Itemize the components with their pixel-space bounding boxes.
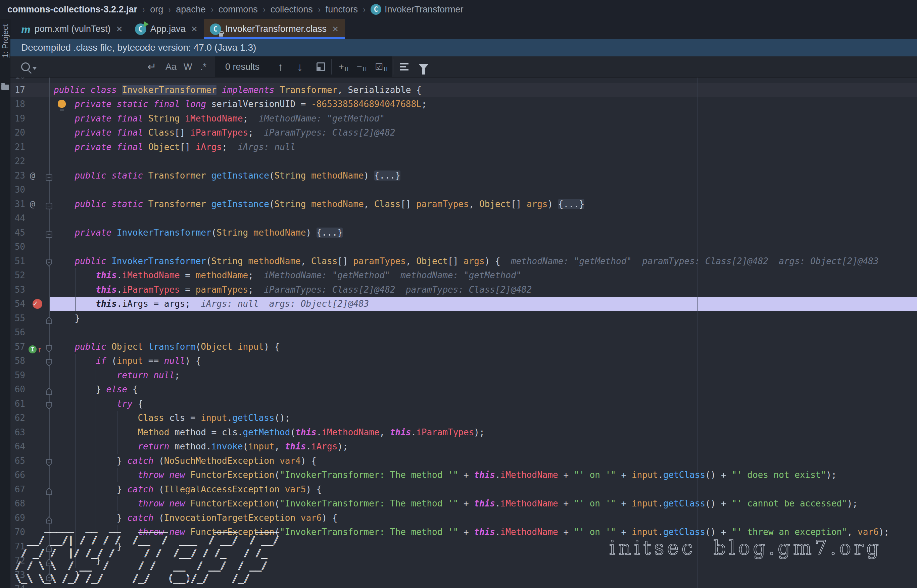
line-number[interactable]: 55 bbox=[10, 311, 25, 326]
fold-marker-up-icon[interactable] bbox=[45, 571, 53, 579]
fold-marker-down-icon[interactable] bbox=[45, 400, 53, 408]
line-number[interactable]: 63 bbox=[10, 425, 25, 439]
code-line-58[interactable]: 58 if (input == null) { bbox=[10, 354, 917, 368]
line-number[interactable]: 30 bbox=[10, 183, 25, 197]
close-icon[interactable]: ✕ bbox=[191, 24, 198, 34]
line-number[interactable]: 61 bbox=[10, 397, 25, 411]
line-number[interactable]: 73 bbox=[10, 568, 25, 582]
code-line-52[interactable]: 52 this.iMethodName = methodName; iMetho… bbox=[10, 268, 917, 283]
breadcrumb-item[interactable]: apache bbox=[176, 4, 206, 15]
code-line-30[interactable]: 30 bbox=[10, 183, 917, 197]
line-number[interactable]: 17 bbox=[10, 83, 25, 97]
line-number[interactable]: 53 bbox=[10, 283, 25, 297]
fold-marker-up-icon[interactable] bbox=[45, 314, 53, 322]
code-line-23[interactable]: 23@ public static Transformer getInstanc… bbox=[10, 168, 917, 183]
code-line-73[interactable]: 73 } bbox=[10, 568, 917, 582]
line-number[interactable]: 18 bbox=[10, 97, 25, 111]
line-number[interactable]: 56 bbox=[10, 325, 25, 340]
regex-toggle[interactable]: .* bbox=[200, 57, 207, 77]
line-number[interactable]: 21 bbox=[10, 140, 25, 154]
code-line-31[interactable]: 31@ public static Transformer getInstanc… bbox=[10, 197, 917, 212]
line-number[interactable]: 71 bbox=[10, 540, 25, 554]
fold-marker-plus-icon[interactable] bbox=[45, 229, 53, 237]
line-number[interactable]: 51 bbox=[10, 254, 25, 268]
line-number[interactable]: 60 bbox=[10, 382, 25, 397]
add-occurrence-button[interactable]: +II bbox=[339, 57, 349, 77]
fold-marker-down-icon[interactable] bbox=[45, 342, 53, 351]
fold-marker-down-icon[interactable] bbox=[45, 357, 53, 365]
newline-icon[interactable]: ↵ bbox=[147, 57, 157, 77]
line-number[interactable]: 59 bbox=[10, 368, 25, 383]
code-line-63[interactable]: 63 Method method = cls.getMethod(this.iM… bbox=[10, 425, 917, 439]
line-number[interactable]: 58 bbox=[10, 354, 25, 368]
code-line-68[interactable]: 68 throw new FunctorException("InvokerTr… bbox=[10, 496, 917, 511]
code-line-59[interactable]: 59 return null; bbox=[10, 368, 917, 383]
breadcrumb-item[interactable]: collections bbox=[271, 4, 313, 15]
breadcrumb-item[interactable]: commons bbox=[218, 4, 258, 15]
line-number[interactable]: 70 bbox=[10, 525, 25, 540]
select-all-occurrences-button[interactable]: ☑II bbox=[375, 57, 388, 77]
project-folder-icon[interactable] bbox=[2, 85, 9, 90]
breadcrumb-item[interactable]: CInvokerTransformer bbox=[371, 4, 463, 15]
next-occurrence-button[interactable]: ↓ bbox=[297, 57, 303, 77]
search-input[interactable] bbox=[51, 57, 145, 77]
code-line-16[interactable]: 16 bbox=[10, 78, 917, 83]
fold-marker-up-icon[interactable] bbox=[45, 556, 53, 564]
code-line-66[interactable]: 66 throw new FunctorException("InvokerTr… bbox=[10, 468, 917, 482]
filter-icon[interactable] bbox=[418, 57, 429, 77]
search-icon[interactable] bbox=[21, 57, 37, 77]
code-line-21[interactable]: 21 private final Object[] iArgs; iArgs: … bbox=[10, 140, 917, 154]
code-editor[interactable]: 1617public class InvokerTransformer impl… bbox=[10, 78, 917, 588]
code-line-53[interactable]: 53 this.iParamTypes = paramTypes; iParam… bbox=[10, 283, 917, 297]
line-number[interactable]: 65 bbox=[10, 454, 25, 468]
code-line-55[interactable]: 55 } bbox=[10, 311, 917, 326]
code-line-18[interactable]: 18 private static final long serialVersi… bbox=[10, 97, 917, 111]
code-line-70[interactable]: 70 throw new FunctorException("InvokerTr… bbox=[10, 525, 917, 540]
code-line-44[interactable]: 44 bbox=[10, 211, 917, 226]
line-number[interactable]: 31 bbox=[10, 197, 25, 212]
line-number[interactable]: 62 bbox=[10, 411, 25, 425]
code-line-64[interactable]: 64 return method.invoke(input, this.iArg… bbox=[10, 439, 917, 454]
fold-marker-up-icon[interactable] bbox=[45, 514, 53, 522]
line-number[interactable]: 64 bbox=[10, 439, 25, 454]
line-number[interactable]: 52 bbox=[10, 268, 25, 283]
whole-words-toggle[interactable]: W bbox=[184, 57, 192, 77]
code-line-65[interactable]: 65 } catch (NoSuchMethodException var4) … bbox=[10, 454, 917, 468]
line-number[interactable]: 74 bbox=[10, 582, 25, 588]
code-line-50[interactable]: 50 bbox=[10, 240, 917, 254]
sidebar-item-project[interactable]: 1: Project bbox=[1, 13, 11, 69]
fold-marker-up-icon[interactable] bbox=[45, 385, 53, 393]
line-number[interactable]: 68 bbox=[10, 496, 25, 511]
code-line-57[interactable]: 57I↑ public Object transform(Object inpu… bbox=[10, 340, 917, 354]
code-line-69[interactable]: 69 } catch (InvocationTargetException va… bbox=[10, 511, 917, 525]
line-number[interactable]: 69 bbox=[10, 511, 25, 525]
line-number[interactable]: 67 bbox=[10, 482, 25, 497]
code-line-22[interactable]: 22 bbox=[10, 154, 917, 168]
line-number[interactable]: 45 bbox=[10, 226, 25, 240]
code-line-72[interactable]: 72 } bbox=[10, 553, 917, 568]
line-number[interactable]: 50 bbox=[10, 240, 25, 254]
code-line-17[interactable]: 17public class InvokerTransformer implem… bbox=[10, 83, 917, 97]
breakpoint-icon[interactable]: ✓ bbox=[32, 299, 42, 309]
remove-occurrence-button[interactable]: −II bbox=[357, 57, 367, 77]
breadcrumb-item[interactable]: org bbox=[150, 4, 163, 15]
code-line-56[interactable]: 56 bbox=[10, 325, 917, 340]
code-line-71[interactable]: 71 } bbox=[10, 540, 917, 554]
fold-marker-up-icon[interactable] bbox=[45, 542, 53, 551]
code-line-74[interactable]: 74 bbox=[10, 582, 917, 588]
line-number[interactable]: 44 bbox=[10, 211, 25, 226]
fold-marker-down-icon[interactable] bbox=[45, 257, 53, 265]
fold-marker-plus-icon[interactable] bbox=[45, 171, 53, 179]
fold-marker-up-icon[interactable] bbox=[45, 485, 53, 493]
line-number[interactable]: 57 bbox=[10, 340, 25, 354]
line-number[interactable]: 22 bbox=[10, 154, 25, 168]
tab-app-java[interactable]: CApp.java✕ bbox=[129, 19, 204, 39]
tab-invokertransformer-class[interactable]: CInvokerTransformer.class✕ bbox=[204, 19, 345, 39]
breadcrumb-item[interactable]: functors bbox=[326, 4, 358, 15]
code-line-61[interactable]: 61 try { bbox=[10, 397, 917, 411]
fold-marker-down-icon[interactable] bbox=[45, 457, 53, 465]
search-options-icon[interactable] bbox=[400, 57, 408, 77]
code-line-67[interactable]: 67 } catch (IllegalAccessException var5)… bbox=[10, 482, 917, 497]
line-number[interactable]: 72 bbox=[10, 553, 25, 568]
breadcrumb-item[interactable]: commons-collections-3.2.2.jar bbox=[7, 4, 137, 15]
